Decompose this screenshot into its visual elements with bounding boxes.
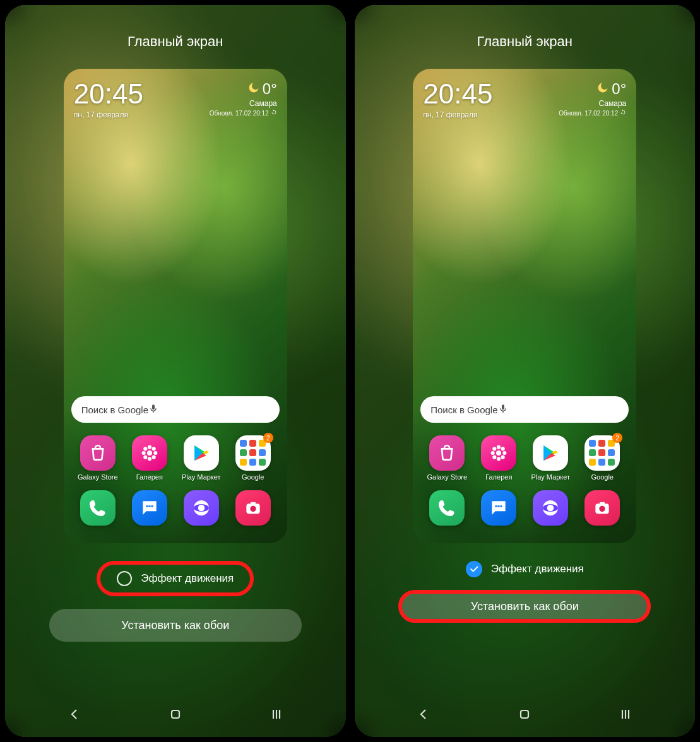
set-as-wallpaper-button[interactable]: Установить как обои (398, 590, 651, 623)
clock-time: 20:45 (74, 80, 143, 108)
svg-rect-37 (521, 710, 528, 718)
svg-point-19 (496, 450, 501, 456)
clock-date: пн, 17 февраля (423, 110, 492, 119)
app-messages[interactable] (127, 490, 172, 526)
mic-icon[interactable] (148, 402, 158, 418)
svg-point-35 (600, 506, 605, 512)
google-search-bar[interactable]: Поиск в Google (71, 396, 280, 423)
notification-badge: 2 (612, 433, 622, 443)
motion-effect-label: Эффект движения (141, 572, 234, 585)
svg-point-3 (141, 451, 145, 455)
nav-recents[interactable] (264, 705, 289, 723)
weather-temp: 0° (263, 80, 277, 98)
dock (420, 490, 629, 526)
clock-weather-widget: 20:45 пн, 17 февраля 0° Самара Обновл. 1… (420, 78, 629, 119)
weather-city: Самара (599, 99, 627, 108)
clock-time: 20:45 (423, 80, 492, 108)
app-browser[interactable] (179, 490, 224, 526)
svg-rect-18 (172, 710, 179, 718)
page-title: Главный экран (477, 33, 572, 50)
app-google-folder[interactable]: 2 Google (230, 435, 276, 481)
app-play-market[interactable]: Play Маркет (528, 435, 573, 481)
svg-point-33 (547, 505, 554, 512)
app-gallery[interactable]: Галерея (127, 435, 172, 481)
app-label: Google (591, 473, 614, 481)
motion-effect-toggle[interactable]: Эффект движения (97, 561, 254, 596)
app-messages[interactable] (476, 490, 521, 526)
svg-point-24 (493, 447, 497, 451)
page-title: Главный экран (128, 33, 223, 50)
search-placeholder: Поиск в Google (81, 404, 148, 415)
weather-temp: 0° (612, 80, 626, 98)
app-camera[interactable] (230, 490, 276, 526)
refresh-icon (620, 109, 626, 117)
nav-home[interactable] (512, 705, 537, 723)
app-phone[interactable] (75, 490, 121, 526)
app-play-market[interactable]: Play Маркет (179, 435, 224, 481)
homescreen-preview: 20:45 пн, 17 февраля 0° Самара Обновл. 1… (64, 69, 287, 543)
svg-point-25 (501, 447, 505, 451)
mic-icon[interactable] (498, 402, 508, 418)
svg-point-0 (147, 450, 152, 456)
weather-city: Самара (249, 99, 277, 108)
radio-checked-icon (466, 561, 482, 577)
folder-grid-icon (240, 440, 266, 466)
app-label: Галерея (485, 473, 512, 481)
app-browser[interactable] (528, 490, 573, 526)
google-search-bar[interactable]: Поиск в Google (420, 396, 629, 423)
svg-point-1 (148, 445, 151, 449)
app-phone[interactable] (424, 490, 470, 526)
weather-updated: Обновл. 17.02 20:12 (210, 110, 269, 117)
app-label: Play Маркет (531, 473, 570, 481)
svg-point-14 (198, 505, 205, 512)
svg-point-28 (495, 505, 497, 507)
moon-icon (247, 81, 260, 97)
wallpaper-preview-screen-right: Главный экран 20:45 пн, 17 февраля 0° Са… (355, 5, 696, 737)
svg-point-26 (493, 456, 497, 459)
set-as-wallpaper-button[interactable]: Установить как обои (49, 609, 302, 642)
svg-point-5 (143, 447, 147, 451)
clock-weather-widget: 20:45 пн, 17 февраля 0° Самара Обновл. 1… (71, 78, 280, 119)
svg-point-4 (153, 451, 157, 455)
refresh-icon (271, 109, 277, 117)
svg-point-9 (146, 505, 148, 507)
search-placeholder: Поиск в Google (430, 404, 497, 415)
svg-point-22 (491, 451, 495, 455)
app-galaxy-store[interactable]: Galaxy Store (75, 435, 121, 481)
app-label: Галерея (136, 473, 163, 481)
app-camera[interactable] (579, 490, 625, 526)
nav-home[interactable] (163, 705, 188, 723)
clock-date: пн, 17 февраля (74, 110, 143, 119)
app-google-folder[interactable]: 2 Google (579, 435, 625, 481)
notification-badge: 2 (263, 433, 273, 443)
system-navbar (5, 705, 346, 723)
system-navbar (355, 705, 696, 723)
svg-rect-36 (600, 502, 605, 505)
nav-recents[interactable] (613, 705, 638, 723)
app-label: Play Маркет (182, 473, 221, 481)
dock (71, 490, 280, 526)
app-gallery[interactable]: Галерея (476, 435, 521, 481)
app-row-1: Galaxy Store Галерея Play Маркет 2 (71, 435, 280, 481)
radio-unchecked-icon (117, 571, 132, 586)
wallpaper-preview-screen-left: Главный экран 20:45 пн, 17 февраля 0° Са… (5, 5, 346, 737)
motion-effect-toggle[interactable]: Эффект движения (466, 561, 584, 577)
folder-grid-icon (589, 440, 615, 466)
weather-widget: 0° Самара Обновл. 17.02 20:12 (559, 80, 626, 117)
app-label: Google (242, 473, 264, 481)
app-label: Galaxy Store (78, 473, 118, 481)
nav-back[interactable] (411, 705, 436, 723)
weather-widget: 0° Самара Обновл. 17.02 20:12 (210, 80, 277, 117)
svg-rect-17 (251, 502, 256, 505)
svg-point-6 (151, 447, 155, 451)
app-galaxy-store[interactable]: Galaxy Store (424, 435, 470, 481)
svg-point-7 (143, 456, 147, 459)
svg-point-30 (501, 505, 502, 507)
svg-point-20 (497, 445, 501, 449)
svg-point-27 (501, 456, 505, 459)
svg-point-23 (503, 451, 507, 455)
svg-point-10 (148, 505, 150, 507)
motion-effect-label: Эффект движения (491, 563, 584, 575)
nav-back[interactable] (62, 705, 87, 723)
svg-point-29 (498, 505, 500, 507)
